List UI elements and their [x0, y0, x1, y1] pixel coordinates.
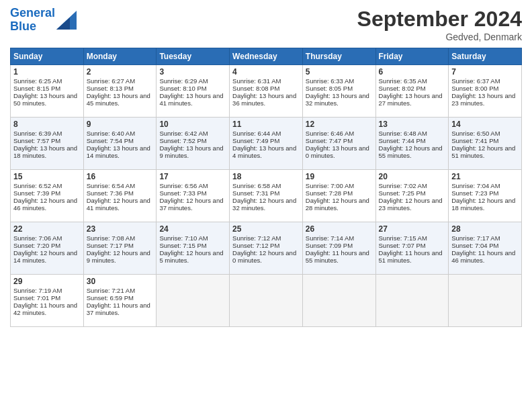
day-number: 2	[87, 67, 154, 77]
page-header: General Blue September 2024 Gedved, Denm…	[10, 7, 522, 42]
sunset-label: Sunset: 7:28 PM	[306, 189, 353, 197]
table-row: 30 Sunrise: 7:21 AM Sunset: 6:59 PM Dayl…	[83, 275, 157, 327]
header-monday: Monday	[83, 48, 157, 65]
day-number: 6	[379, 67, 446, 77]
daylight-label: Daylight: 11 hours and 51 minutes.	[379, 249, 443, 264]
sunset-label: Sunset: 7:41 PM	[451, 137, 498, 144]
header-saturday: Saturday	[449, 48, 522, 65]
weekday-header-row: Sunday Monday Tuesday Wednesday Thursday…	[11, 48, 522, 65]
daylight-label: Daylight: 12 hours and 9 minutes.	[87, 249, 150, 264]
sunset-label: Sunset: 8:10 PM	[159, 85, 206, 92]
table-row: 2 Sunrise: 6:27 AM Sunset: 8:13 PM Dayli…	[83, 65, 157, 118]
daylight-label: Daylight: 12 hours and 41 minutes.	[87, 197, 150, 212]
sunset-label: Sunset: 7:39 PM	[13, 189, 60, 197]
calendar-table: Sunday Monday Tuesday Wednesday Thursday…	[10, 48, 522, 327]
header-thursday: Thursday	[302, 48, 375, 65]
table-row: 19 Sunrise: 7:00 AM Sunset: 7:28 PM Dayl…	[302, 170, 375, 222]
sunset-label: Sunset: 7:52 PM	[159, 137, 206, 144]
sunrise-label: Sunrise: 6:39 AM	[13, 130, 62, 137]
table-row: 17 Sunrise: 6:56 AM Sunset: 7:33 PM Dayl…	[157, 170, 230, 222]
table-row: 13 Sunrise: 6:48 AM Sunset: 7:44 PM Dayl…	[375, 118, 449, 170]
sunrise-label: Sunrise: 7:21 AM	[87, 287, 135, 294]
table-row: 9 Sunrise: 6:40 AM Sunset: 7:54 PM Dayli…	[83, 118, 157, 170]
daylight-label: Daylight: 13 hours and 9 minutes.	[159, 144, 223, 159]
day-number: 12	[306, 120, 373, 129]
table-row: 15 Sunrise: 6:52 AM Sunset: 7:39 PM Dayl…	[11, 170, 84, 222]
daylight-label: Daylight: 13 hours and 41 minutes.	[159, 92, 223, 107]
day-number: 5	[306, 67, 373, 77]
sunrise-label: Sunrise: 6:40 AM	[87, 130, 135, 137]
table-row: 14 Sunrise: 6:50 AM Sunset: 7:41 PM Dayl…	[449, 118, 522, 170]
logo-text: General Blue	[10, 7, 55, 34]
day-number: 4	[232, 67, 300, 77]
sunset-label: Sunset: 7:17 PM	[87, 242, 134, 249]
sunrise-label: Sunrise: 7:06 AM	[13, 234, 62, 242]
sunrise-label: Sunrise: 6:35 AM	[379, 77, 427, 85]
table-row: 7 Sunrise: 6:37 AM Sunset: 8:00 PM Dayli…	[449, 65, 522, 118]
sunrise-label: Sunrise: 6:37 AM	[451, 77, 500, 85]
day-number: 11	[232, 120, 300, 129]
sunset-label: Sunset: 7:54 PM	[87, 137, 134, 144]
daylight-label: Daylight: 13 hours and 45 minutes.	[87, 92, 150, 107]
sunset-label: Sunset: 7:07 PM	[379, 242, 426, 249]
sunrise-label: Sunrise: 6:52 AM	[13, 182, 62, 189]
table-row	[302, 275, 375, 327]
day-number: 15	[13, 172, 81, 181]
day-number: 13	[379, 120, 446, 129]
table-row: 5 Sunrise: 6:33 AM Sunset: 8:05 PM Dayli…	[302, 65, 375, 118]
sunrise-label: Sunrise: 7:08 AM	[87, 234, 135, 242]
sunset-label: Sunset: 8:15 PM	[13, 85, 60, 92]
table-row: 10 Sunrise: 6:42 AM Sunset: 7:52 PM Dayl…	[157, 118, 230, 170]
daylight-label: Daylight: 11 hours and 55 minutes.	[306, 249, 369, 264]
header-wednesday: Wednesday	[230, 48, 303, 65]
day-number: 14	[451, 120, 519, 129]
sunrise-label: Sunrise: 6:54 AM	[87, 182, 135, 189]
logo-icon	[56, 11, 77, 30]
sunrise-label: Sunrise: 7:17 AM	[451, 234, 500, 242]
sunset-label: Sunset: 7:20 PM	[13, 242, 60, 249]
daylight-label: Daylight: 13 hours and 18 minutes.	[13, 144, 77, 159]
table-row	[375, 275, 449, 327]
table-row	[449, 275, 522, 327]
table-row: 27 Sunrise: 7:15 AM Sunset: 7:07 PM Dayl…	[375, 222, 449, 275]
day-number: 8	[13, 120, 81, 129]
daylight-label: Daylight: 12 hours and 32 minutes.	[232, 197, 296, 212]
table-row: 21 Sunrise: 7:04 AM Sunset: 7:23 PM Dayl…	[449, 170, 522, 222]
table-row: 1 Sunrise: 6:25 AM Sunset: 8:15 PM Dayli…	[11, 65, 84, 118]
daylight-label: Daylight: 11 hours and 46 minutes.	[451, 249, 515, 264]
daylight-label: Daylight: 13 hours and 23 minutes.	[451, 92, 515, 107]
daylight-label: Daylight: 12 hours and 28 minutes.	[306, 197, 369, 212]
sunrise-label: Sunrise: 6:27 AM	[87, 77, 135, 85]
table-row: 6 Sunrise: 6:35 AM Sunset: 8:02 PM Dayli…	[375, 65, 449, 118]
sunrise-label: Sunrise: 6:31 AM	[232, 77, 281, 85]
sunset-label: Sunset: 8:00 PM	[451, 85, 498, 92]
day-number: 27	[379, 224, 446, 234]
table-row	[157, 275, 230, 327]
daylight-label: Daylight: 13 hours and 27 minutes.	[379, 92, 443, 107]
table-row: 23 Sunrise: 7:08 AM Sunset: 7:17 PM Dayl…	[83, 222, 157, 275]
sunset-label: Sunset: 6:59 PM	[87, 294, 134, 302]
header-friday: Friday	[375, 48, 449, 65]
daylight-label: Daylight: 13 hours and 50 minutes.	[13, 92, 77, 107]
table-row: 11 Sunrise: 6:44 AM Sunset: 7:49 PM Dayl…	[230, 118, 303, 170]
daylight-label: Daylight: 12 hours and 5 minutes.	[159, 249, 223, 264]
sunset-label: Sunset: 8:02 PM	[379, 85, 426, 92]
sunrise-label: Sunrise: 7:04 AM	[451, 182, 500, 189]
sunrise-label: Sunrise: 6:42 AM	[159, 130, 208, 137]
table-row: 18 Sunrise: 6:58 AM Sunset: 7:31 PM Dayl…	[230, 170, 303, 222]
sunrise-label: Sunrise: 6:58 AM	[232, 182, 281, 189]
day-number: 10	[159, 120, 226, 129]
sunrise-label: Sunrise: 6:50 AM	[451, 130, 500, 137]
header-sunday: Sunday	[11, 48, 84, 65]
logo: General Blue	[10, 7, 77, 34]
sunrise-label: Sunrise: 7:15 AM	[379, 234, 427, 242]
day-number: 18	[232, 172, 300, 181]
daylight-label: Daylight: 12 hours and 37 minutes.	[159, 197, 223, 212]
day-number: 9	[87, 120, 154, 129]
table-row: 29 Sunrise: 7:19 AM Sunset: 7:01 PM Dayl…	[11, 275, 84, 327]
sunset-label: Sunset: 7:57 PM	[13, 137, 60, 144]
sunset-label: Sunset: 7:47 PM	[306, 137, 353, 144]
day-number: 17	[159, 172, 226, 181]
table-row: 3 Sunrise: 6:29 AM Sunset: 8:10 PM Dayli…	[157, 65, 230, 118]
daylight-label: Daylight: 12 hours and 18 minutes.	[451, 197, 515, 212]
